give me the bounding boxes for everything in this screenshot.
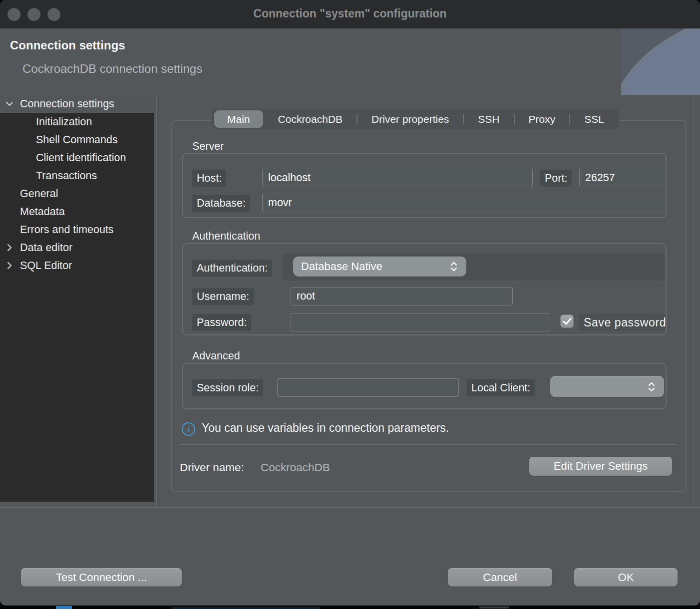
authentication-group: Authentication: Database Native Username… xyxy=(182,243,667,335)
database-label: Database: xyxy=(192,195,250,212)
background-app-sliver xyxy=(56,606,72,609)
variables-hint-text: You can use variables in connection para… xyxy=(202,421,449,435)
updown-chevrons-icon xyxy=(647,381,656,392)
tree-item-client-identification[interactable]: Client identification xyxy=(0,149,154,167)
driver-name-value: CockroachDB xyxy=(261,461,330,474)
chevron-down-icon[interactable] xyxy=(5,99,14,108)
tab-ssl[interactable]: SSL xyxy=(570,109,618,129)
title-bar: Connection "system" configuration xyxy=(0,0,700,28)
wizard-header: Connection settings CockroachDB connecti… xyxy=(0,28,700,95)
session-role-input[interactable] xyxy=(277,378,459,397)
tab-main[interactable]: Main xyxy=(214,110,263,128)
tree-item-label: General xyxy=(0,188,58,200)
tree-item-connection-settings[interactable]: Connection settings xyxy=(0,95,154,113)
tree-item-label: Shell Commands xyxy=(0,134,118,146)
host-input[interactable] xyxy=(262,169,533,187)
username-label: Username: xyxy=(192,288,254,305)
save-password-label[interactable]: Save password xyxy=(579,314,667,331)
port-label: Port: xyxy=(540,170,572,187)
tree-item-errors-and-timeouts[interactable]: Errors and timeouts xyxy=(0,221,154,239)
settings-tree: Connection settings Initialization Shell… xyxy=(0,95,154,502)
driver-name-label: Driver name: xyxy=(180,461,244,474)
tree-item-metadata[interactable]: Metadata xyxy=(0,203,154,221)
tree-item-label: Transactions xyxy=(0,170,97,182)
chevron-right-icon[interactable] xyxy=(5,243,14,252)
username-input[interactable] xyxy=(291,287,513,305)
tree-item-sql-editor[interactable]: SQL Editor xyxy=(0,257,154,275)
server-group-label: Server xyxy=(192,140,224,153)
advanced-group-label: Advanced xyxy=(192,350,240,362)
tree-item-transactions[interactable]: Transactions xyxy=(0,167,154,185)
chevron-right-icon[interactable] xyxy=(5,261,14,270)
ok-button[interactable]: OK xyxy=(574,568,678,587)
edit-driver-settings-button[interactable]: Edit Driver Settings xyxy=(529,457,672,476)
tab-driver-properties[interactable]: Driver properties xyxy=(357,109,463,129)
tree-item-data-editor[interactable]: Data editor xyxy=(0,239,154,257)
advanced-group: Session role: Local Client: xyxy=(182,363,667,409)
sidebar-sash[interactable] xyxy=(156,95,157,507)
server-group: Host: Port: Database: xyxy=(182,153,667,218)
port-input[interactable] xyxy=(579,169,666,187)
local-client-select[interactable] xyxy=(550,376,664,397)
driver-row-divider xyxy=(180,444,677,445)
tree-item-label: Initialization xyxy=(0,116,92,128)
page-subtitle: CockroachDB connection settings xyxy=(22,62,202,76)
host-label: Host: xyxy=(192,170,226,187)
banner-swirl-graphic xyxy=(621,28,700,95)
tab-proxy[interactable]: Proxy xyxy=(515,109,570,129)
tab-ssh[interactable]: SSH xyxy=(464,109,513,129)
tree-item-general[interactable]: General xyxy=(0,185,154,203)
tree-item-label: Client identification xyxy=(0,152,126,164)
tree-item-label: Metadata xyxy=(0,206,65,218)
local-client-label: Local Client: xyxy=(467,379,535,396)
password-input[interactable] xyxy=(291,313,550,331)
authentication-select[interactable]: Database Native xyxy=(293,257,466,277)
database-input[interactable] xyxy=(262,194,666,212)
background-app-sliver xyxy=(172,607,320,609)
password-label: Password: xyxy=(192,314,251,331)
updown-chevrons-icon xyxy=(449,261,458,272)
authentication-label: Authentication: xyxy=(192,260,272,277)
tree-item-shell-commands[interactable]: Shell Commands xyxy=(0,131,154,149)
window-title: Connection "system" configuration xyxy=(0,7,700,20)
tree-item-label: Connection settings xyxy=(0,98,114,110)
save-password-checkbox[interactable] xyxy=(560,314,574,328)
cancel-button[interactable]: Cancel xyxy=(448,568,552,587)
tab-cockroachdb[interactable]: CockroachDB xyxy=(264,109,357,129)
session-role-label: Session role: xyxy=(192,379,263,396)
connection-tabs: Main CockroachDB Driver properties SSH P… xyxy=(212,109,619,129)
footer-divider xyxy=(0,507,700,508)
page-title: Connection settings xyxy=(10,38,125,52)
info-icon: i xyxy=(182,422,195,436)
right-edge-divider xyxy=(694,95,695,507)
background-app-sliver xyxy=(479,607,509,609)
tree-item-initialization[interactable]: Initialization xyxy=(0,113,154,131)
tree-item-label: Errors and timeouts xyxy=(0,224,114,236)
test-connection-button[interactable]: Test Connection ... xyxy=(21,568,182,587)
checkmark-icon xyxy=(563,317,572,325)
authentication-select-value: Database Native xyxy=(301,260,382,273)
authentication-group-label: Authentication xyxy=(192,230,260,243)
connection-config-dialog: Connection "system" configuration Connec… xyxy=(0,0,700,606)
